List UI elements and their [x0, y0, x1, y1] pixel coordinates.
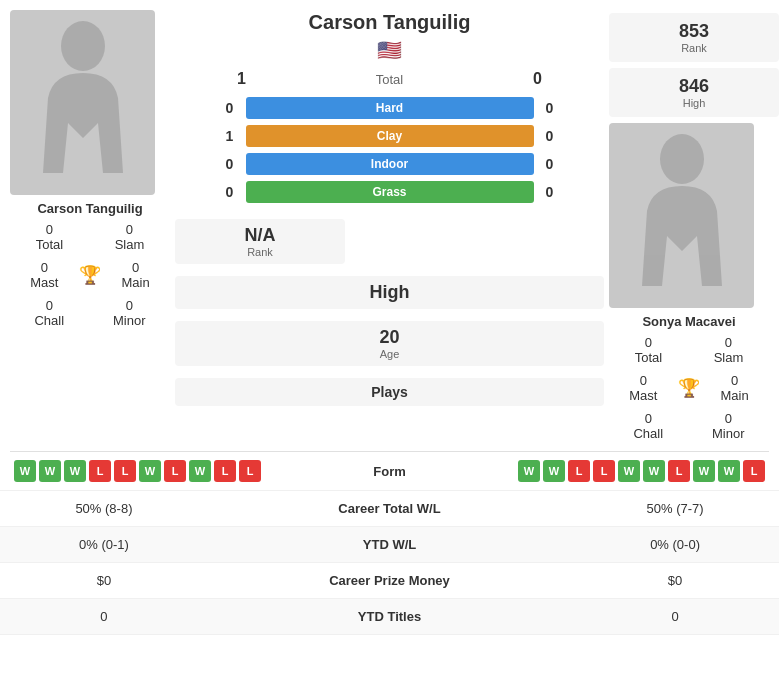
- right-mast-stat: 0 Mast: [629, 373, 657, 403]
- clay-badge: Clay: [246, 125, 534, 147]
- form-badge-w: W: [518, 460, 540, 482]
- form-badge-l: L: [743, 460, 765, 482]
- right-player-name: Sonya Macavei: [609, 314, 769, 329]
- left-ytd-wl: 0% (0-1): [0, 527, 208, 563]
- hard-row: 0 Hard 0: [220, 97, 560, 119]
- center-rank-label: Rank: [185, 246, 335, 258]
- form-badge-w: W: [718, 460, 740, 482]
- form-badge-l: L: [593, 460, 615, 482]
- career-wl-row: 50% (8-8) Career Total W/L 50% (7-7): [0, 491, 779, 527]
- form-badge-l: L: [239, 460, 261, 482]
- left-total-stat: 0 Total: [36, 222, 63, 252]
- center-age-label: Age: [185, 348, 594, 360]
- left-main-stat: 0 Main: [122, 260, 150, 290]
- right-high-box: 846 High: [609, 68, 779, 117]
- right-minor-stat: 0 Minor: [712, 411, 745, 441]
- prize-label: Career Prize Money: [208, 563, 571, 599]
- center-column: Carson Tanguilig 🇺🇸 1 Total 0 0 Hard 0 1…: [175, 10, 604, 409]
- right-rank-label: Rank: [617, 42, 771, 54]
- right-rank-box: 853 Rank: [609, 13, 779, 62]
- center-age-val: 20: [185, 327, 594, 348]
- grass-badge: Grass: [246, 181, 534, 203]
- center-rank-box: N/A Rank: [175, 219, 345, 264]
- form-badge-w: W: [643, 460, 665, 482]
- titles-row: 0 YTD Titles 0: [0, 599, 779, 635]
- left-prize: $0: [0, 563, 208, 599]
- right-high-val: 846: [617, 76, 771, 97]
- right-chall-stat: 0 Chall: [633, 411, 663, 441]
- left-trophy-row: 0 Mast 🏆 0 Main: [10, 256, 170, 294]
- left-player-photo: [10, 10, 155, 195]
- ytd-wl-row: 0% (0-1) YTD W/L 0% (0-0): [0, 527, 779, 563]
- center-rank-val: N/A: [185, 225, 335, 246]
- right-rank-val: 853: [617, 21, 771, 42]
- ytd-wl-label: YTD W/L: [208, 527, 571, 563]
- form-badge-w: W: [139, 460, 161, 482]
- indoor-badge: Indoor: [246, 153, 534, 175]
- svg-point-0: [61, 21, 105, 71]
- form-badge-l: L: [568, 460, 590, 482]
- form-label: Form: [373, 464, 406, 479]
- left-minor-stat: 0 Minor: [113, 298, 146, 328]
- center-high-box: High: [175, 276, 604, 309]
- right-trophy-icon: 🏆: [678, 377, 700, 399]
- right-form-badges: WWLLWWLWWL: [518, 460, 765, 482]
- form-badge-l: L: [668, 460, 690, 482]
- right-career-wl: 50% (7-7): [571, 491, 779, 527]
- grass-row: 0 Grass 0: [220, 181, 560, 203]
- left-titles: 0: [0, 599, 208, 635]
- right-slam-stat: 0 Slam: [714, 335, 744, 365]
- center-player-flag: 🇺🇸: [309, 38, 471, 62]
- center-age-box: 20 Age: [175, 321, 604, 366]
- left-mast-stat: 0 Mast: [30, 260, 58, 290]
- right-main-stat: 0 Main: [721, 373, 749, 403]
- center-total-label: Total: [254, 72, 526, 87]
- left-trophy-icon: 🏆: [79, 264, 101, 286]
- clay-row: 1 Clay 0: [220, 125, 560, 147]
- form-badge-w: W: [189, 460, 211, 482]
- center-plays-box: Plays: [175, 378, 604, 406]
- titles-label: YTD Titles: [208, 599, 571, 635]
- center-total-score2: 0: [526, 70, 550, 88]
- form-badge-l: L: [214, 460, 236, 482]
- right-high-label: High: [617, 97, 771, 109]
- comparison-layout: Carson Tanguilig 0 Total 0 Slam 0 Mast 🏆…: [0, 0, 779, 451]
- form-badge-w: W: [543, 460, 565, 482]
- left-slam-stat: 0 Slam: [115, 222, 145, 252]
- form-badge-w: W: [64, 460, 86, 482]
- right-prize: $0: [571, 563, 779, 599]
- form-badge-w: W: [618, 460, 640, 482]
- form-badge-w: W: [693, 460, 715, 482]
- right-player-photo: [609, 123, 754, 308]
- right-total-stat: 0 Total: [635, 335, 662, 365]
- left-career-wl: 50% (8-8): [0, 491, 208, 527]
- form-badge-w: W: [39, 460, 61, 482]
- center-player-name: Carson Tanguilig: [309, 10, 471, 34]
- prize-row: $0 Career Prize Money $0: [0, 563, 779, 599]
- indoor-row: 0 Indoor 0: [220, 153, 560, 175]
- form-row: WWWLLWLWLL Form WWLLWWLWWL: [0, 452, 779, 491]
- form-badge-w: W: [14, 460, 36, 482]
- form-badge-l: L: [89, 460, 111, 482]
- center-total-score1: 1: [230, 70, 254, 88]
- form-badge-l: L: [114, 460, 136, 482]
- left-player-section: Carson Tanguilig 0 Total 0 Slam 0 Mast 🏆…: [10, 10, 170, 328]
- right-player-section: 853 Rank 846 High Sonya Macavei 0 Total …: [609, 10, 769, 441]
- career-wl-label: Career Total W/L: [208, 491, 571, 527]
- svg-point-1: [660, 134, 704, 184]
- hard-badge: Hard: [246, 97, 534, 119]
- right-titles: 0: [571, 599, 779, 635]
- right-ytd-wl: 0% (0-0): [571, 527, 779, 563]
- left-player-name: Carson Tanguilig: [10, 201, 170, 216]
- center-high-val: High: [185, 282, 594, 303]
- left-chall-stat: 0 Chall: [34, 298, 64, 328]
- left-form-badges: WWWLLWLWLL: [14, 460, 261, 482]
- center-plays-label: Plays: [185, 384, 594, 400]
- right-trophy-row: 0 Mast 🏆 0 Main: [609, 369, 769, 407]
- form-badge-l: L: [164, 460, 186, 482]
- stats-table: 50% (8-8) Career Total W/L 50% (7-7) 0% …: [0, 491, 779, 635]
